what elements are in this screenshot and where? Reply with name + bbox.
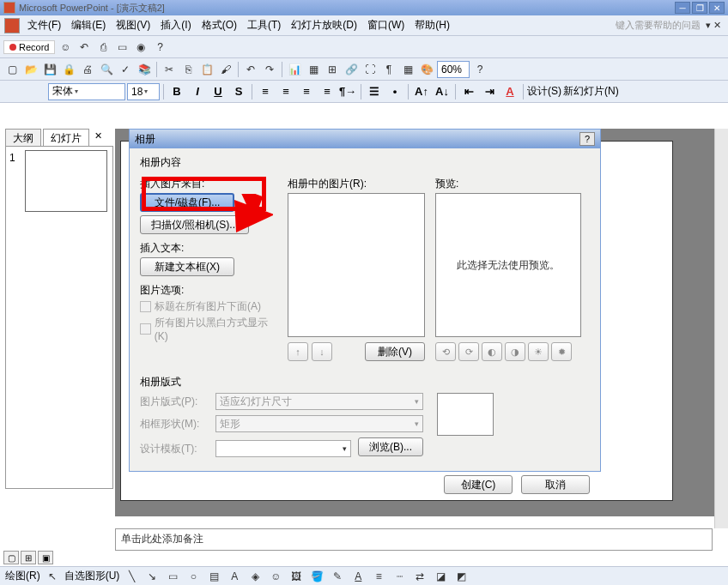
frame-shape-combo[interactable]: 矩形 — [215, 415, 423, 432]
table-icon[interactable]: ▦ — [305, 61, 322, 78]
brightness-down-button[interactable]: ✹ — [551, 342, 572, 361]
chart-icon[interactable]: 📊 — [286, 61, 303, 78]
create-button[interactable]: 创建(C) — [444, 475, 513, 494]
font-color-button[interactable]: A — [500, 83, 519, 100]
design-template-combo[interactable] — [215, 440, 351, 457]
line-color-icon[interactable]: ✎ — [329, 568, 346, 585]
cut-icon[interactable]: ✂ — [161, 61, 178, 78]
toolbar-icon-3[interactable]: ⎙ — [94, 39, 112, 56]
ltr-button[interactable]: ¶→ — [338, 83, 357, 100]
3d-style-icon[interactable]: ◩ — [452, 568, 470, 585]
preview-icon[interactable]: 🔍 — [98, 61, 115, 78]
new-icon[interactable]: ▢ — [3, 61, 21, 78]
rotate-right-button[interactable]: ⟳ — [458, 342, 479, 361]
contrast-down-button[interactable]: ◑ — [505, 342, 525, 361]
grid-icon[interactable]: ▦ — [399, 61, 416, 78]
toolbar-icon-5[interactable]: ◉ — [132, 39, 149, 56]
menu-help[interactable]: 帮助(H) — [410, 16, 455, 34]
font-selector[interactable]: 宋体 — [48, 83, 125, 100]
align-left-button[interactable]: ≡ — [256, 83, 275, 100]
sorter-view-button[interactable]: ⊞ — [21, 551, 36, 564]
arrow-icon[interactable]: ↘ — [143, 568, 161, 585]
line-style-icon[interactable]: ≡ — [370, 568, 387, 585]
textbox-icon[interactable]: ▤ — [205, 568, 222, 585]
menu-format[interactable]: 格式(O) — [197, 16, 242, 34]
tab-slides[interactable]: 幻灯片 — [43, 129, 89, 148]
menu-edit[interactable]: 编辑(E) — [66, 16, 111, 34]
doc-close-button[interactable]: ▾ ✕ — [706, 20, 721, 31]
line-icon[interactable]: ╲ — [123, 568, 140, 585]
undo-icon[interactable]: ↶ — [242, 61, 259, 78]
paste-icon[interactable]: 📋 — [198, 61, 215, 78]
normal-view-button[interactable]: ▢ — [3, 551, 19, 564]
pic-layout-combo[interactable]: 适应幻灯片尺寸 — [215, 393, 423, 410]
menu-view[interactable]: 视图(V) — [111, 16, 155, 34]
color-icon[interactable]: 🎨 — [418, 61, 435, 78]
maximize-button[interactable]: ❐ — [692, 2, 707, 14]
decrease-font-button[interactable]: A↓ — [433, 83, 452, 100]
new-slide-button[interactable]: 新幻灯片(N) — [563, 84, 619, 99]
increase-indent-button[interactable]: ⇥ — [480, 83, 499, 100]
underline-button[interactable]: U — [209, 83, 228, 100]
tab-close-button[interactable]: ✕ — [91, 129, 106, 148]
file-disk-button[interactable]: 文件/磁盘(F)... — [140, 193, 234, 212]
decrease-indent-button[interactable]: ⇤ — [459, 83, 478, 100]
clipart-icon[interactable]: ☺ — [267, 568, 284, 585]
record-button[interactable]: Record — [3, 40, 55, 54]
toolbar-icon-1[interactable]: ☺ — [57, 39, 74, 56]
align-right-button[interactable]: ≡ — [297, 83, 316, 100]
dialog-help-button[interactable]: ? — [579, 132, 595, 146]
increase-font-button[interactable]: A↑ — [412, 83, 431, 100]
zoom-box[interactable]: 60% — [437, 61, 470, 78]
browse-button[interactable]: 浏览(B)... — [358, 437, 423, 456]
pictures-listbox[interactable] — [288, 193, 425, 337]
diagram-icon[interactable]: ◈ — [246, 568, 264, 585]
font-size-selector[interactable]: 18 — [127, 83, 160, 100]
hyperlink-icon[interactable]: 🔗 — [343, 61, 360, 78]
save-icon[interactable]: 💾 — [41, 61, 58, 78]
slide-thumbnail[interactable] — [25, 150, 107, 212]
new-textbox-button[interactable]: 新建文本框(X) — [140, 257, 234, 276]
select-icon[interactable]: ↖ — [44, 568, 61, 585]
draw-menu[interactable]: 绘图(R) — [5, 569, 40, 583]
tables-icon[interactable]: ⊞ — [324, 61, 341, 78]
bold-button[interactable]: B — [167, 83, 186, 100]
oval-icon[interactable]: ○ — [185, 568, 202, 585]
toolbar-icon-4[interactable]: ▭ — [113, 39, 130, 56]
menu-slideshow[interactable]: 幻灯片放映(D) — [286, 16, 362, 34]
autoshape-menu[interactable]: 自选图形(U) — [64, 569, 120, 583]
dash-style-icon[interactable]: ┈ — [391, 568, 408, 585]
align-center-button[interactable]: ≡ — [276, 83, 295, 100]
arrow-style-icon[interactable]: ⇄ — [411, 568, 428, 585]
toolbar-icon-2[interactable]: ↶ — [76, 39, 93, 56]
numbering-button[interactable]: ☰ — [365, 83, 384, 100]
help-icon[interactable]: ? — [471, 61, 488, 78]
bullets-button[interactable]: • — [385, 83, 404, 100]
fill-color-icon[interactable]: 🪣 — [308, 568, 325, 585]
shadow-button[interactable]: S — [229, 83, 248, 100]
expand-icon[interactable]: ⛶ — [361, 61, 379, 78]
redo-icon[interactable]: ↷ — [261, 61, 278, 78]
distribute-button[interactable]: ≡ — [318, 83, 337, 100]
print-icon[interactable]: 🖨 — [79, 61, 96, 78]
tab-outline[interactable]: 大纲 — [5, 129, 41, 148]
wordart-icon[interactable]: A — [226, 568, 243, 585]
bw-display-checkbox[interactable]: 所有图片以黑白方式显示(K) — [140, 316, 277, 342]
format-painter-icon[interactable]: 🖌 — [217, 61, 234, 78]
rotate-left-button[interactable]: ⟲ — [435, 342, 456, 361]
remove-button[interactable]: 删除(V) — [365, 342, 425, 361]
cancel-button[interactable]: 取消 — [521, 475, 590, 494]
picture-icon[interactable]: 🖼 — [288, 568, 305, 585]
caption-below-checkbox[interactable]: 标题在所有图片下面(A) — [140, 299, 277, 314]
font-color-icon[interactable]: A — [349, 568, 367, 585]
research-icon[interactable]: 📚 — [136, 61, 153, 78]
toolbar-help-icon[interactable]: ? — [151, 39, 168, 56]
move-up-button[interactable]: ↑ — [288, 342, 308, 361]
permission-icon[interactable]: 🔒 — [60, 61, 77, 78]
slideshow-view-button[interactable]: ▣ — [38, 551, 53, 564]
menu-insert[interactable]: 插入(I) — [155, 16, 196, 34]
copy-icon[interactable]: ⎘ — [179, 61, 197, 78]
vertical-scrollbar[interactable] — [714, 129, 728, 528]
app-menu-icon[interactable] — [4, 18, 20, 33]
brightness-up-button[interactable]: ☀ — [528, 342, 549, 361]
